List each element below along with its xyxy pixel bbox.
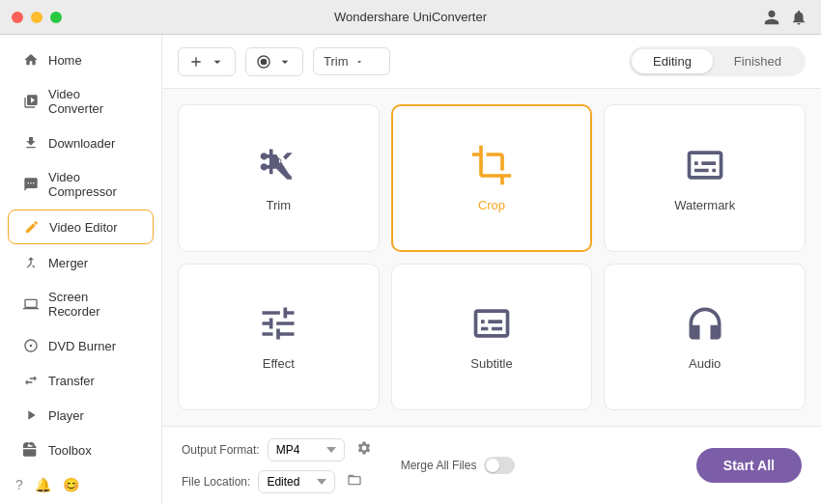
main-content: Trim Editing Finished Trim: [162, 35, 821, 504]
output-format-field: Output Format: MP4 MOV AVI: [182, 436, 376, 462]
sidebar-item-player[interactable]: Player: [8, 399, 154, 432]
sidebar-item-transfer[interactable]: Transfer: [8, 364, 154, 397]
sidebar-item-screen-recorder-label: Screen Recorder: [48, 290, 138, 319]
video-converter-icon: [23, 94, 39, 109]
effect-card-icon: [257, 302, 299, 345]
crop-card[interactable]: Crop: [391, 104, 593, 252]
minimize-button[interactable]: [31, 12, 42, 23]
sidebar: Home Video Converter Downloader Video Co…: [0, 35, 162, 504]
file-location-select[interactable]: Edited Desktop: [258, 470, 335, 493]
sidebar-item-toolbox-label: Toolbox: [48, 443, 92, 458]
crop-card-label: Crop: [478, 198, 505, 212]
file-location-label: File Location:: [182, 475, 250, 489]
bell-icon[interactable]: 🔔: [35, 477, 51, 492]
sidebar-item-dvd-burner-label: DVD Burner: [48, 339, 116, 353]
merge-files-label: Merge All Files: [401, 459, 477, 472]
editing-toggle-btn[interactable]: Editing: [632, 49, 713, 73]
feedback-icon[interactable]: 😊: [63, 477, 79, 492]
effect-card[interactable]: Effect: [178, 264, 380, 411]
effect-card-label: Effect: [263, 356, 295, 371]
subtitle-card[interactable]: Subtitle: [391, 264, 593, 411]
sidebar-item-video-compressor-label: Video Compressor: [48, 170, 138, 199]
audio-card-label: Audio: [689, 356, 721, 371]
sidebar-item-home[interactable]: Home: [8, 43, 154, 76]
sidebar-item-home-label: Home: [48, 53, 82, 68]
video-editor-icon: [24, 219, 40, 235]
watermark-card-icon: [684, 144, 726, 186]
app-body: Home Video Converter Downloader Video Co…: [0, 35, 821, 504]
title-bar-actions[interactable]: [763, 9, 807, 26]
svg-point-0: [261, 58, 268, 65]
screen-recorder-icon: [23, 296, 39, 312]
file-location-field: File Location: Edited Desktop: [182, 468, 376, 494]
trim-card[interactable]: Trim: [178, 104, 380, 252]
sidebar-item-video-converter[interactable]: Video Converter: [8, 78, 154, 125]
audio-card-icon: [684, 302, 726, 345]
merge-files-toggle[interactable]: [484, 457, 515, 474]
maximize-button[interactable]: [50, 12, 62, 23]
home-icon: [23, 52, 39, 68]
crop-card-icon: [470, 144, 513, 186]
downloader-icon: [23, 135, 39, 151]
merger-icon: [23, 255, 39, 270]
watermark-card-label: Watermark: [674, 198, 735, 212]
sidebar-item-screen-recorder[interactable]: Screen Recorder: [8, 281, 154, 327]
sidebar-item-video-editor[interactable]: Video Editor: [8, 210, 154, 244]
player-icon: [23, 407, 39, 423]
trim-card-label: Trim: [267, 198, 292, 212]
title-bar: Wondershare UniConverter: [0, 0, 821, 35]
app-title: Wondershare UniConverter: [334, 10, 487, 24]
trim-card-icon: [257, 144, 299, 186]
subtitle-card-icon: [470, 302, 513, 345]
output-format-settings-icon[interactable]: [353, 436, 376, 462]
video-compressor-icon: [23, 177, 39, 192]
file-location-browse-icon[interactable]: [343, 468, 366, 494]
watermark-card[interactable]: Watermark: [604, 104, 806, 252]
sidebar-item-video-compressor[interactable]: Video Compressor: [8, 161, 154, 208]
close-button[interactable]: [12, 12, 23, 23]
editor-grid: Trim Crop Watermark: [162, 89, 821, 426]
sidebar-item-video-converter-label: Video Converter: [48, 87, 138, 116]
toolbar: Trim Editing Finished: [162, 35, 821, 89]
toolbox-icon: [23, 442, 39, 458]
add-file-button[interactable]: [178, 47, 236, 76]
trim-dropdown-label: Trim: [324, 54, 349, 69]
sidebar-item-transfer-label: Transfer: [48, 374, 95, 388]
start-all-button[interactable]: Start All: [696, 448, 802, 483]
record-button[interactable]: [245, 47, 303, 76]
sidebar-item-toolbox[interactable]: Toolbox: [8, 434, 154, 466]
output-format-select[interactable]: MP4 MOV AVI: [268, 438, 345, 462]
sidebar-item-player-label: Player: [48, 408, 84, 423]
finished-toggle-btn[interactable]: Finished: [713, 49, 803, 73]
sidebar-item-downloader-label: Downloader: [48, 136, 115, 151]
window-controls[interactable]: [12, 12, 62, 23]
user-icon[interactable]: [763, 9, 780, 26]
subtitle-card-label: Subtitle: [470, 356, 512, 371]
audio-card[interactable]: Audio: [604, 264, 806, 411]
bottom-bar: Output Format: MP4 MOV AVI File Location…: [162, 426, 821, 504]
notification-icon[interactable]: [790, 9, 807, 26]
output-format-label: Output Format:: [182, 443, 260, 457]
sidebar-item-dvd-burner[interactable]: DVD Burner: [8, 329, 154, 362]
help-icon[interactable]: ?: [15, 477, 23, 492]
editing-toggle: Editing Finished: [629, 46, 806, 76]
sidebar-bottom: ? 🔔 😊: [0, 467, 161, 502]
sidebar-item-merger-label: Merger: [48, 256, 88, 270]
sidebar-item-video-editor-label: Video Editor: [49, 220, 118, 235]
sidebar-item-merger[interactable]: Merger: [8, 246, 154, 279]
sidebar-item-downloader[interactable]: Downloader: [8, 126, 154, 159]
transfer-icon: [23, 373, 39, 388]
trim-dropdown[interactable]: Trim: [313, 47, 390, 75]
merge-files-section: Merge All Files: [401, 457, 516, 474]
dvd-burner-icon: [23, 338, 39, 353]
